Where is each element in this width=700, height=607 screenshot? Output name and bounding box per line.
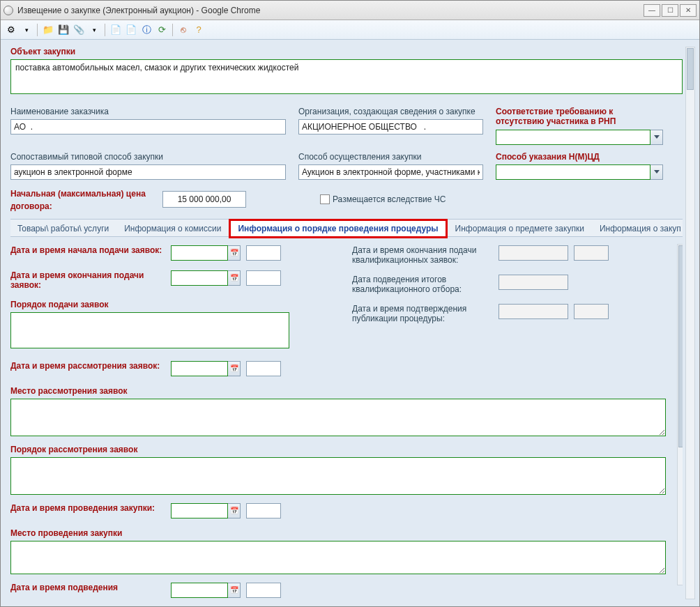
typemethod-input[interactable] <box>10 164 286 180</box>
nmcd-label: Способ указания Н(М)ЦД <box>496 152 663 162</box>
tab-scrollbar[interactable] <box>677 244 683 585</box>
start-time-field[interactable] <box>246 245 281 261</box>
calendar-icon[interactable]: 📅 <box>228 583 241 598</box>
org-label: Организация, создающая сведения о закупк… <box>298 107 483 116</box>
rnp-label: Соответствие требованию к отсутствию уча… <box>496 107 663 127</box>
results-time-field[interactable] <box>246 583 281 598</box>
globe-icon <box>3 6 13 15</box>
start-date-field[interactable] <box>171 245 228 261</box>
scrollbar-thumb[interactable] <box>678 245 683 447</box>
info-icon[interactable]: ⓘ <box>140 24 153 36</box>
start-date-input[interactable]: 📅 <box>171 245 241 261</box>
review-place-label: Место рассмотрения заявок <box>10 386 683 396</box>
calendar-icon[interactable]: 📅 <box>228 245 241 261</box>
customer-input[interactable] <box>10 119 286 135</box>
results-date-label: Дата и время подведения <box>10 583 171 592</box>
review-order-label: Порядок рассмотрения заявок <box>10 445 683 454</box>
tabs: ◄ Товары\ работы\ услуги Информация о ко… <box>10 219 683 237</box>
window-title: Извещение о закупке (Электронный аукцион… <box>17 6 260 15</box>
review-date-field[interactable] <box>171 361 228 376</box>
calendar-icon[interactable]: 📅 <box>228 361 241 376</box>
minimize-button[interactable]: — <box>644 4 660 17</box>
review-time-field[interactable] <box>246 361 281 376</box>
rnp-dropdown[interactable] <box>496 130 663 145</box>
chevron-down-icon[interactable] <box>650 130 663 145</box>
tab-procedure[interactable]: Информация о порядке проведения процедур… <box>229 219 447 238</box>
method-label: Способ осуществления закупки <box>298 152 483 162</box>
qual-end-label: Дата и время окончания подачи квалификац… <box>352 245 499 265</box>
conduct-place-textarea[interactable] <box>10 541 666 574</box>
qual-end-date <box>499 245 568 261</box>
start-date-label: Дата и время начала подачи заявок: <box>10 245 171 255</box>
nmcd-dropdown[interactable] <box>496 164 663 180</box>
chevron-down-icon[interactable] <box>650 164 663 180</box>
doc-icon[interactable]: 📄 <box>109 24 122 36</box>
conduct-date-label: Дата и время проведения закупки: <box>10 503 171 513</box>
end-date-label: Дата и время окончания подачи заявок: <box>10 270 171 290</box>
scrollbar-thumb[interactable] <box>687 48 694 90</box>
pub-confirm-time <box>574 304 609 319</box>
maximize-button[interactable]: ☐ <box>662 4 678 17</box>
end-date-input[interactable]: 📅 <box>171 270 241 286</box>
order-submit-label: Порядок подачи заявок <box>10 300 331 309</box>
refresh-icon[interactable]: ⟳ <box>155 24 168 36</box>
results-date-input[interactable]: 📅 <box>171 583 241 598</box>
titlebar: Извещение о закупке (Электронный аукцион… <box>1 1 699 20</box>
object-label: Объект закупки <box>10 47 683 56</box>
action-icon[interactable]: ⚙ <box>5 24 17 36</box>
conduct-time-field[interactable] <box>246 503 281 518</box>
conduct-date-field[interactable] <box>171 503 228 518</box>
conduct-place-label: Место проведения закупки <box>10 528 683 538</box>
save-icon[interactable]: 💾 <box>57 24 70 36</box>
pub-confirm-date <box>499 304 568 319</box>
attach-icon[interactable]: 📎 <box>73 24 85 36</box>
help-icon[interactable]: ? <box>192 24 205 36</box>
folder-icon[interactable]: 📁 <box>42 24 54 36</box>
pub-confirm-label: Дата и время подтверждения публикации пр… <box>352 304 499 323</box>
doc2-icon[interactable]: 📄 <box>125 24 137 36</box>
qual-results-date <box>499 275 568 290</box>
rnp-value[interactable] <box>496 130 650 145</box>
end-date-field[interactable] <box>171 270 228 286</box>
main-scrollbar[interactable] <box>685 47 695 599</box>
price-value[interactable]: 15 000 000,00 <box>162 191 246 208</box>
review-date-input[interactable]: 📅 <box>171 361 241 376</box>
exit-icon[interactable]: ⎋ <box>177 24 190 36</box>
nmcd-value[interactable] <box>496 164 650 180</box>
tab-goods[interactable]: Товары\ работы\ услуги <box>10 220 116 236</box>
object-textarea[interactable] <box>10 59 683 94</box>
tab-purchase[interactable]: Информация о закуп <box>592 220 683 236</box>
calendar-icon[interactable]: 📅 <box>228 270 241 286</box>
toolbar: ⚙ ▾ 📁 💾 📎 ▾ 📄 📄 ⓘ ⟳ ⎋ ? <box>1 20 699 40</box>
calendar-icon[interactable]: 📅 <box>228 503 241 518</box>
end-time-field[interactable] <box>246 270 281 286</box>
typemethod-label: Сопоставимый типовой способ закупки <box>10 152 286 162</box>
review-place-textarea[interactable] <box>10 399 666 436</box>
price-label: Начальная (максимальная) цена договора: <box>10 189 146 211</box>
customer-label: Наименование заказчика <box>10 107 286 116</box>
chs-label: Размещается вследствие ЧС <box>333 194 446 204</box>
qual-results-label: Дата подведения итогов квалификационного… <box>352 275 499 294</box>
chevron-down-icon[interactable]: ▾ <box>20 24 33 36</box>
tab-subject[interactable]: Информация о предмете закупки <box>448 220 592 236</box>
review-order-textarea[interactable] <box>10 457 666 495</box>
results-date-field[interactable] <box>171 583 228 598</box>
close-button[interactable]: ✕ <box>680 4 697 17</box>
chs-checkbox[interactable] <box>320 194 330 204</box>
order-submit-textarea[interactable] <box>10 312 289 348</box>
conduct-date-input[interactable]: 📅 <box>171 503 241 518</box>
method-input[interactable] <box>298 164 483 180</box>
qual-end-time <box>574 245 609 261</box>
chevron-down-icon[interactable]: ▾ <box>88 24 100 36</box>
tab-commission[interactable]: Информация о комиссии <box>116 220 229 236</box>
org-input[interactable] <box>298 119 483 135</box>
review-date-label: Дата и время рассмотрения заявок: <box>10 361 171 371</box>
